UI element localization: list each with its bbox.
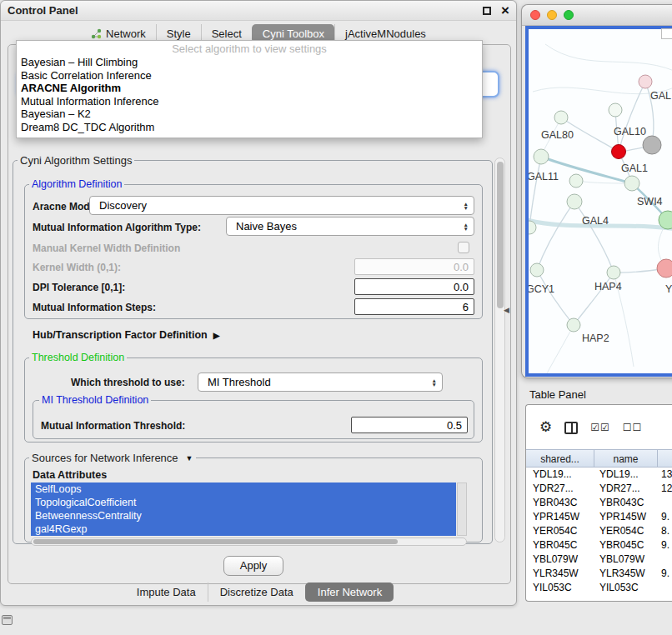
algorithm-definition-title: Algorithm Definition (29, 178, 124, 190)
which-threshold-combo[interactable]: MI Threshold ▲ ▼ (198, 372, 443, 392)
node-gal10[interactable] (612, 145, 626, 159)
minimize-traffic-light-icon[interactable] (547, 10, 557, 20)
network-canvas[interactable]: GAL GAL80 GAL10 GAL11 GAL1 SWI4 GAL4 GCY… (525, 26, 672, 377)
table-toolbar: ⚙ ☑☑ ☐☐ (539, 420, 642, 435)
settings-vertical-scrollbar[interactable] (494, 158, 505, 542)
table-row[interactable]: YLR345W YLR345W 9. (526, 567, 672, 581)
cell-shared-name: YPR145W (526, 510, 594, 524)
scroll-corner (661, 28, 672, 39)
table-panel: ⚙ ☑☑ ☐☐ shared... name YDL19... YDL19...… (525, 404, 672, 602)
node-gray[interactable] (643, 136, 661, 154)
gear-icon[interactable]: ⚙ (539, 420, 552, 435)
scrollbar-thumb[interactable] (497, 162, 504, 308)
network-window-titlebar[interactable] (522, 5, 672, 26)
mi-type-combo[interactable]: Naive Bayes ▲ ▼ (226, 217, 474, 236)
dpi-tolerance-field[interactable]: 0.0 (354, 278, 474, 295)
which-threshold-label: Which threshold to use: (71, 377, 185, 388)
float-panel-icon[interactable] (483, 7, 491, 15)
manual-kernel-checkbox[interactable] (458, 242, 469, 253)
cell-value: 12 (658, 482, 672, 496)
expanded-arrow-icon: ▼ (186, 454, 193, 462)
aracne-mode-combo[interactable]: Discovery ▲ ▼ (89, 196, 474, 215)
attribute-list-horizontal-scrollbar[interactable] (31, 538, 467, 546)
column-header-partial[interactable] (658, 449, 672, 468)
column-header-shared-name[interactable]: shared... (526, 449, 594, 468)
column-header-name[interactable]: name (594, 449, 658, 468)
node-gal4[interactable] (567, 194, 582, 209)
node-hap2[interactable] (567, 318, 580, 332)
table-row[interactable]: YBR043C YBR043C (526, 496, 672, 510)
attribute-item-gal4rgexp[interactable]: gal4RGexp (31, 522, 456, 536)
tab-label: Select (212, 28, 242, 40)
attribute-item-betweennesscentrality[interactable]: BetweennessCentrality (31, 509, 456, 522)
attribute-item-topologicalcoefficient[interactable]: TopologicalCoefficient (31, 496, 456, 509)
cell-shared-name: YBR045C (526, 538, 594, 552)
popup-item-aracne[interactable]: ARACNE Algorithm (17, 82, 482, 95)
tab-discretize-data[interactable]: Discretize Data (208, 582, 305, 602)
close-traffic-light-icon[interactable] (530, 10, 540, 20)
node-unlabeled[interactable] (609, 103, 622, 117)
docked-panel-icon[interactable] (2, 615, 13, 625)
tab-impute-data[interactable]: Impute Data (125, 582, 208, 602)
combo-down-icon: ▼ (464, 227, 469, 231)
cell-name: YER054C (594, 524, 658, 538)
network-icon (91, 28, 102, 39)
table-row[interactable]: YBR045C YBR045C 9. (526, 538, 672, 552)
collapsed-arrow-icon: ▶ (213, 331, 220, 340)
combo-down-icon: ▼ (464, 206, 469, 210)
mi-steps-field[interactable]: 6 (354, 298, 474, 315)
apply-button[interactable]: Apply (223, 556, 283, 576)
table-row[interactable]: YDL19... YDL19... 13 (526, 468, 672, 482)
attribute-list-vertical-scrollbar[interactable] (457, 482, 467, 536)
node-hap4[interactable] (607, 266, 620, 279)
cell-name: YDL19... (594, 468, 658, 482)
control-panel-titlebar[interactable]: Control Panel × (1, 1, 516, 21)
node-gcy1[interactable] (530, 263, 544, 277)
hub-definition-toggle[interactable]: Hub/Transcription Factor Definition ▶ (33, 329, 219, 341)
algorithm-dropdown-popup: Select algorithm to view settings Bayesi… (16, 40, 483, 138)
node-label: HAP2 (582, 332, 609, 344)
tab-label: Network (106, 28, 146, 40)
node-gal80[interactable] (554, 111, 568, 124)
popup-item-bayesian-hill-climbing[interactable]: Bayesian – Hill Climbing (17, 56, 482, 69)
scrollbar-thumb[interactable] (33, 539, 398, 544)
node-label: GAL11 (529, 171, 559, 182)
table-row[interactable]: YIL053C YIL053C (526, 581, 672, 595)
mi-threshold-field[interactable]: 0.5 (351, 417, 468, 433)
table-row[interactable]: YPR145W YPR145W 9. (526, 510, 672, 524)
node-gal-partial[interactable] (639, 75, 652, 88)
deselect-all-rows-icon[interactable]: ☐☐ (623, 422, 643, 433)
tab-infer-network[interactable]: Infer Network (305, 582, 394, 602)
network-view-window: GAL GAL80 GAL10 GAL11 GAL1 SWI4 GAL4 GCY… (521, 4, 672, 378)
node-unlabeled[interactable] (569, 174, 583, 188)
node-gal11[interactable] (534, 149, 549, 164)
node-label: SWI4 (637, 196, 663, 208)
bottom-tabs: Impute Data Discretize Data Infer Networ… (1, 582, 518, 602)
node-label: GAL10 (614, 126, 646, 138)
popup-item-basic-correlation[interactable]: Basic Correlation Inference (17, 69, 482, 82)
node-pink-partial[interactable] (657, 259, 672, 278)
select-all-rows-icon[interactable]: ☑☑ (590, 422, 610, 433)
popup-item-mutual-information[interactable]: Mutual Information Inference (17, 95, 482, 108)
cell-name: YLR345W (594, 567, 658, 581)
table-row[interactable]: YBL079W YBL079W (526, 552, 672, 567)
close-panel-icon[interactable]: × (501, 5, 509, 17)
table-row[interactable]: YER054C YER054C 8. (526, 524, 672, 538)
sources-group-toggle[interactable]: Sources for Network Inference ▼ (29, 452, 196, 464)
cell-value: 9. (658, 538, 672, 552)
table-row[interactable]: YDR27... YDR27... 12 (526, 482, 672, 496)
combo-down-icon: ▼ (432, 382, 437, 387)
cell-value: 9. (658, 567, 672, 581)
kernel-width-field[interactable]: 0.0 (354, 258, 474, 275)
node-gal1[interactable] (624, 176, 639, 191)
cell-name: YDR27... (594, 482, 658, 496)
dpi-tolerance-label: DPI Tolerance [0,1]: (33, 282, 125, 293)
kernel-width-label: Kernel Width (0,1): (33, 262, 121, 273)
columns-icon[interactable] (564, 422, 578, 434)
popup-item-bayesian-k2[interactable]: Bayesian – K2 (17, 108, 482, 121)
cell-name: YPR145W (594, 510, 658, 524)
popup-item-dream8[interactable]: Dream8 DC_TDC Algorithm (17, 121, 482, 134)
zoom-traffic-light-icon[interactable] (564, 10, 574, 20)
attribute-item-selfloops[interactable]: SelfLoops (31, 482, 456, 496)
panel-collapse-handle[interactable]: ◀ (504, 306, 509, 314)
